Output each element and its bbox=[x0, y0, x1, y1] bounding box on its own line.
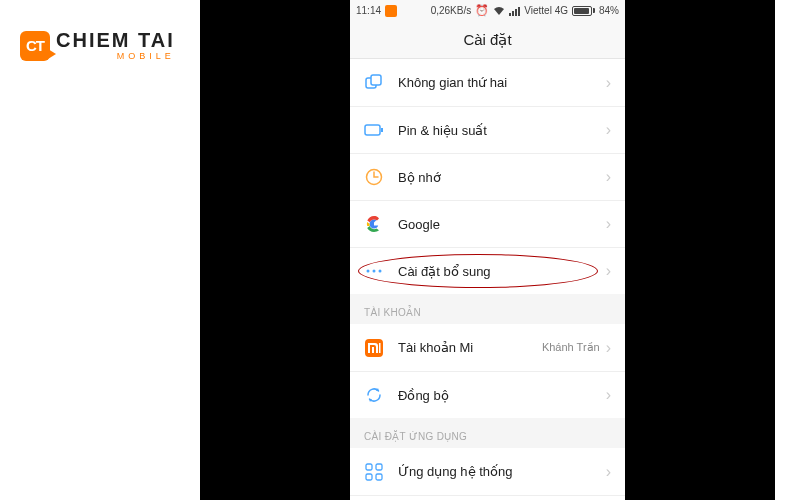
site-logo: CT CHIEM TAI MOBILE bbox=[20, 30, 175, 61]
row-apps[interactable]: Ứng dụng › bbox=[350, 495, 625, 500]
battery-icon bbox=[572, 6, 595, 16]
battery-perf-icon bbox=[364, 120, 384, 140]
chevron-right-icon: › bbox=[606, 74, 611, 92]
phone-screen: 11:14 0,26KB/s ⏰ Viettel 4G 84% Cài đặt bbox=[350, 0, 625, 500]
status-speed: 0,26KB/s bbox=[431, 5, 472, 16]
svg-rect-3 bbox=[381, 128, 383, 132]
logo-badge: CT bbox=[20, 31, 50, 61]
svg-rect-1 bbox=[371, 75, 381, 85]
chevron-right-icon: › bbox=[606, 168, 611, 186]
svg-point-5 bbox=[367, 270, 370, 273]
more-icon bbox=[364, 261, 384, 281]
svg-point-7 bbox=[379, 270, 382, 273]
chevron-right-icon: › bbox=[606, 463, 611, 481]
row-label: Không gian thứ hai bbox=[398, 75, 606, 90]
section-header-app-settings: CÀI ĐẶT ỨNG DỤNG bbox=[350, 418, 625, 448]
svg-rect-12 bbox=[376, 474, 382, 480]
logo-text: CHIEM TAI MOBILE bbox=[56, 30, 175, 61]
status-time: 11:14 bbox=[356, 5, 381, 16]
sync-icon bbox=[364, 385, 384, 405]
second-space-icon bbox=[364, 73, 384, 93]
chevron-right-icon: › bbox=[606, 386, 611, 404]
logo-brand: CHIEM TAI bbox=[56, 30, 175, 50]
page-title: Cài đặt bbox=[350, 21, 625, 59]
status-bar: 11:14 0,26KB/s ⏰ Viettel 4G 84% bbox=[350, 0, 625, 21]
section-accounts: Tài khoản Mi Khánh Trần › Đồng bộ › bbox=[350, 324, 625, 418]
settings-list[interactable]: Không gian thứ hai › Pin & hiệu suất › B… bbox=[350, 59, 625, 500]
status-battery: 84% bbox=[599, 5, 619, 16]
notification-icon bbox=[385, 5, 397, 17]
row-mi-account[interactable]: Tài khoản Mi Khánh Trần › bbox=[350, 324, 625, 371]
screenshot-frame: 11:14 0,26KB/s ⏰ Viettel 4G 84% Cài đặt bbox=[200, 0, 775, 500]
svg-rect-10 bbox=[376, 464, 382, 470]
signal-icon bbox=[509, 6, 520, 16]
row-meta: Khánh Trần bbox=[542, 341, 600, 354]
section-app-settings: Ứng dụng hệ thống › Ứng dụng › bbox=[350, 448, 625, 500]
row-label: Ứng dụng hệ thống bbox=[398, 464, 606, 479]
row-system-apps[interactable]: Ứng dụng hệ thống › bbox=[350, 448, 625, 495]
row-sync[interactable]: Đồng bộ › bbox=[350, 371, 625, 418]
row-label: Đồng bộ bbox=[398, 388, 606, 403]
row-label: Tài khoản Mi bbox=[398, 340, 542, 355]
memory-icon bbox=[364, 167, 384, 187]
svg-rect-2 bbox=[365, 125, 380, 135]
row-label: Google bbox=[398, 217, 606, 232]
google-icon bbox=[364, 214, 384, 234]
chevron-right-icon: › bbox=[606, 215, 611, 233]
row-label: Pin & hiệu suất bbox=[398, 123, 606, 138]
alarm-icon: ⏰ bbox=[475, 4, 489, 17]
section-header-accounts: TÀI KHOẢN bbox=[350, 294, 625, 324]
wifi-icon bbox=[493, 6, 505, 16]
row-label: Bộ nhớ bbox=[398, 170, 606, 185]
row-battery-perf[interactable]: Pin & hiệu suất › bbox=[350, 106, 625, 153]
system-apps-icon bbox=[364, 462, 384, 482]
row-memory[interactable]: Bộ nhớ › bbox=[350, 153, 625, 200]
section-system: Không gian thứ hai › Pin & hiệu suất › B… bbox=[350, 59, 625, 294]
status-carrier: Viettel 4G bbox=[524, 5, 568, 16]
svg-rect-9 bbox=[366, 464, 372, 470]
row-additional-settings[interactable]: Cài đặt bổ sung › bbox=[350, 247, 625, 294]
mi-icon bbox=[364, 338, 384, 358]
chevron-right-icon: › bbox=[606, 262, 611, 280]
row-label: Cài đặt bổ sung bbox=[398, 264, 606, 279]
row-google[interactable]: Google › bbox=[350, 200, 625, 247]
svg-rect-11 bbox=[366, 474, 372, 480]
logo-sub: MOBILE bbox=[56, 52, 175, 61]
svg-point-6 bbox=[373, 270, 376, 273]
chevron-right-icon: › bbox=[606, 339, 611, 357]
status-right: 0,26KB/s ⏰ Viettel 4G 84% bbox=[431, 4, 619, 17]
row-second-space[interactable]: Không gian thứ hai › bbox=[350, 59, 625, 106]
chevron-right-icon: › bbox=[606, 121, 611, 139]
status-left: 11:14 bbox=[356, 5, 397, 17]
